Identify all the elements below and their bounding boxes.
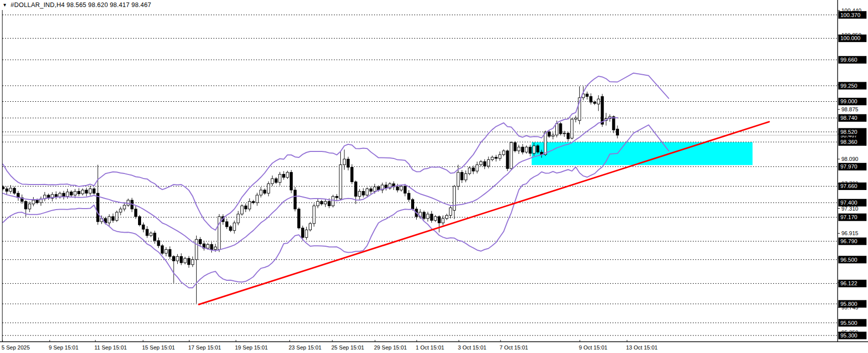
time-scale-label[interactable]: 5 Sep 2025: [2, 344, 30, 350]
candle[interactable]: [191, 257, 194, 267]
candle[interactable]: [271, 175, 274, 186]
candle[interactable]: [571, 118, 573, 139]
candle[interactable]: [108, 214, 110, 226]
candle[interactable]: [44, 192, 46, 201]
candle[interactable]: [13, 187, 16, 195]
candle[interactable]: [146, 226, 149, 238]
candle[interactable]: [483, 159, 486, 169]
candle[interactable]: [169, 246, 171, 259]
candle[interactable]: [358, 189, 361, 200]
candle[interactable]: [479, 160, 482, 166]
candle[interactable]: [362, 188, 364, 197]
candle[interactable]: [616, 125, 618, 138]
candle[interactable]: [491, 155, 493, 161]
time-scale-label[interactable]: 17 Sep 15:01: [188, 344, 221, 350]
candle[interactable]: [28, 202, 31, 212]
candle[interactable]: [32, 197, 35, 206]
time-scale-label[interactable]: 23 Sep 15:01: [289, 344, 321, 350]
time-scale-label[interactable]: 19 Sep 15:01: [235, 344, 268, 350]
candle[interactable]: [529, 145, 532, 156]
candle[interactable]: [476, 161, 478, 173]
candle[interactable]: [506, 149, 509, 171]
candle[interactable]: [442, 216, 444, 226]
candle[interactable]: [510, 141, 513, 170]
candle[interactable]: [593, 101, 596, 105]
candle[interactable]: [283, 171, 285, 180]
time-scale-label[interactable]: 29 Sep 15:01: [374, 344, 407, 350]
time-scale-label[interactable]: 3 Oct 15:01: [458, 344, 486, 350]
candle[interactable]: [445, 214, 448, 220]
candle[interactable]: [590, 93, 592, 104]
candle[interactable]: [93, 187, 95, 195]
candle[interactable]: [40, 197, 42, 206]
candle[interactable]: [385, 182, 388, 191]
candle[interactable]: [218, 214, 220, 252]
candle[interactable]: [55, 192, 57, 200]
time-scale-label[interactable]: 9 Sep 15:01: [49, 344, 78, 350]
candle[interactable]: [309, 222, 311, 232]
candle[interactable]: [47, 194, 50, 200]
candle[interactable]: [453, 185, 456, 219]
candle[interactable]: [85, 188, 88, 196]
candle[interactable]: [438, 215, 440, 232]
candle[interactable]: [574, 116, 577, 122]
candle[interactable]: [389, 182, 391, 190]
candle[interactable]: [449, 206, 452, 219]
candle[interactable]: [81, 189, 84, 196]
time-scale-label[interactable]: 13 Oct 15:01: [626, 344, 658, 350]
candle[interactable]: [347, 157, 349, 170]
candle[interactable]: [62, 191, 65, 200]
candle[interactable]: [260, 187, 262, 198]
candle[interactable]: [305, 227, 308, 240]
candle[interactable]: [161, 244, 164, 255]
candle[interactable]: [21, 195, 23, 204]
candle[interactable]: [119, 207, 122, 215]
candle[interactable]: [552, 133, 554, 139]
time-scale-label[interactable]: 25 Sep 15:01: [331, 344, 364, 350]
candle[interactable]: [127, 199, 130, 207]
candle[interactable]: [138, 215, 141, 227]
candle[interactable]: [335, 194, 338, 201]
candle[interactable]: [537, 144, 539, 154]
ascending-trendline[interactable]: [199, 122, 769, 304]
time-scale-label[interactable]: 11 Sep 15:01: [94, 344, 127, 350]
candle[interactable]: [369, 187, 372, 195]
candle[interactable]: [567, 132, 569, 141]
candle[interactable]: [332, 195, 334, 207]
candle[interactable]: [176, 254, 179, 264]
candle[interactable]: [10, 185, 12, 194]
candle[interactable]: [320, 200, 323, 206]
candle[interactable]: [256, 193, 259, 206]
candle[interactable]: [150, 232, 152, 237]
candle[interactable]: [408, 190, 410, 202]
candle[interactable]: [89, 186, 91, 196]
candle[interactable]: [154, 231, 156, 244]
candle[interactable]: [229, 225, 232, 232]
candle[interactable]: [393, 182, 395, 190]
candle[interactable]: [131, 198, 133, 212]
candle[interactable]: [184, 257, 186, 264]
candle[interactable]: [115, 211, 118, 222]
candle[interactable]: [400, 185, 403, 192]
candle[interactable]: [96, 165, 99, 225]
candle[interactable]: [188, 256, 190, 268]
candle[interactable]: [290, 170, 293, 193]
candle[interactable]: [233, 221, 235, 234]
candle[interactable]: [210, 242, 213, 253]
candle[interactable]: [203, 241, 205, 251]
candle[interactable]: [317, 199, 319, 209]
candle[interactable]: [499, 151, 501, 160]
candle[interactable]: [339, 151, 342, 200]
candle[interactable]: [351, 164, 353, 184]
candle[interactable]: [240, 204, 243, 216]
candle[interactable]: [294, 187, 296, 212]
candle[interactable]: [468, 166, 471, 175]
candle[interactable]: [514, 141, 516, 152]
candle[interactable]: [427, 212, 429, 222]
candle[interactable]: [180, 253, 183, 265]
candle[interactable]: [59, 192, 61, 199]
candle[interactable]: [313, 204, 315, 227]
candle[interactable]: [279, 172, 281, 186]
candle[interactable]: [503, 149, 505, 156]
candle[interactable]: [249, 199, 251, 212]
